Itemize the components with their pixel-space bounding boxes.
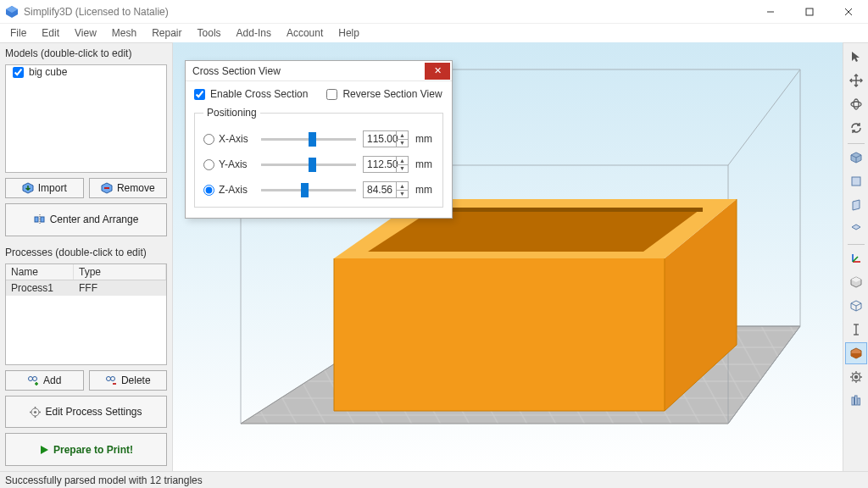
window-title: Simplify3D (Licensed to Natalie) — [24, 6, 169, 18]
processes-col-type[interactable]: Type — [74, 264, 166, 280]
axis-z-label: Z-Axis — [219, 184, 248, 196]
axis-radio-z-input[interactable] — [203, 185, 214, 196]
status-text: Successfully parsed model with 12 triang… — [5, 474, 203, 486]
menu-help[interactable]: Help — [331, 25, 366, 41]
reverse-section-checkbox[interactable]: Reverse Section View — [326, 88, 442, 100]
svg-rect-3 — [806, 8, 813, 15]
add-process-button[interactable]: Add — [5, 370, 84, 391]
axis-x-label: X-Axis — [219, 133, 248, 145]
axis-value-y[interactable]: 112.50▲▼ — [363, 156, 409, 173]
tool-measure[interactable] — [845, 319, 867, 341]
menu-account[interactable]: Account — [280, 25, 330, 41]
cross-section-dialog[interactable]: Cross Section View ✕ Enable Cross Sectio… — [185, 60, 453, 219]
tool-rotate-orbit[interactable] — [845, 93, 867, 115]
spin-up-icon[interactable]: ▲ — [397, 157, 408, 165]
svg-marker-40 — [853, 200, 860, 210]
spin-up-icon[interactable]: ▲ — [397, 131, 408, 140]
svg-point-13 — [33, 376, 37, 380]
enable-cross-section-checkbox[interactable]: Enable Cross Section — [194, 88, 308, 100]
tool-wireframe[interactable] — [845, 295, 867, 317]
models-list[interactable]: big cube — [5, 64, 167, 173]
axis-slider-y[interactable] — [261, 157, 356, 172]
model-item[interactable]: big cube — [6, 65, 166, 79]
axis-value-x[interactable]: 115.00▲▼ — [363, 130, 409, 147]
svg-marker-22 — [41, 446, 48, 454]
left-panel: Models (double-click to edit) big cube I… — [0, 42, 173, 471]
import-button[interactable]: Import — [5, 178, 84, 198]
tool-view-top[interactable] — [845, 218, 867, 240]
spin-down-icon[interactable]: ▼ — [397, 165, 408, 173]
maximize-button[interactable] — [790, 0, 829, 24]
axis-slider-x[interactable] — [261, 131, 356, 147]
tool-view-iso[interactable] — [845, 147, 867, 169]
statusbar: Successfully parsed model with 12 triang… — [0, 471, 868, 488]
tool-move-pan[interactable] — [845, 69, 867, 92]
menu-addins[interactable]: Add-Ins — [230, 25, 278, 41]
axis-row-y: Y-Axis 112.50▲▼ mm — [203, 156, 434, 173]
minimize-button[interactable] — [751, 0, 790, 24]
enable-cross-section-input[interactable] — [194, 89, 205, 100]
spin-down-icon[interactable]: ▼ — [397, 140, 408, 147]
dialog-close-button[interactable]: ✕ — [425, 63, 450, 80]
processes-panel-header: Processes (double-click to edit) — [5, 247, 167, 258]
right-toolbar — [843, 42, 868, 471]
svg-point-35 — [851, 102, 861, 107]
tool-cross-section[interactable] — [845, 342, 867, 364]
svg-rect-65 — [854, 396, 857, 405]
tool-axes-gizmo[interactable] — [845, 247, 867, 269]
delete-process-label: Delete — [121, 374, 151, 386]
spin-up-icon[interactable]: ▲ — [397, 182, 408, 191]
processes-table[interactable]: Name Type Process1 FFF — [5, 263, 167, 365]
axis-radio-x[interactable]: X-Axis — [203, 133, 254, 145]
svg-point-12 — [29, 376, 33, 380]
menu-repair[interactable]: Repair — [145, 25, 188, 41]
svg-rect-10 — [41, 217, 44, 222]
add-icon — [27, 375, 39, 385]
process-row[interactable]: Process1 FFF — [6, 280, 166, 296]
axis-radio-y-input[interactable] — [203, 159, 214, 170]
axis-value-z-text: 84.56 — [367, 184, 392, 196]
axis-value-y-text: 112.50 — [367, 158, 398, 170]
add-process-label: Add — [43, 374, 61, 386]
tool-view-side[interactable] — [845, 194, 867, 216]
tool-rotate-sync[interactable] — [845, 117, 867, 139]
svg-point-14 — [106, 376, 110, 380]
axis-y-label: Y-Axis — [219, 158, 248, 170]
svg-marker-27 — [334, 258, 665, 411]
menu-edit[interactable]: Edit — [35, 25, 66, 41]
svg-line-61 — [859, 380, 860, 382]
positioning-group: Positioning X-Axis 115.00▲▼ mm Y-Axis 11… — [194, 107, 443, 208]
reverse-section-input[interactable] — [326, 89, 337, 100]
axis-radio-z[interactable]: Z-Axis — [203, 184, 254, 196]
menu-mesh[interactable]: Mesh — [105, 25, 143, 41]
svg-rect-66 — [858, 398, 860, 405]
center-arrange-icon — [34, 214, 46, 225]
center-arrange-button[interactable]: Center and Arrange — [5, 203, 167, 236]
tool-view-front[interactable] — [845, 170, 867, 192]
spin-down-icon[interactable]: ▼ — [397, 191, 408, 198]
delete-process-button[interactable]: Delete — [89, 370, 168, 391]
tool-supports-pillars[interactable] — [845, 390, 867, 412]
menu-file[interactable]: File — [3, 25, 33, 41]
axis-slider-z[interactable] — [261, 182, 356, 197]
model-item-checkbox[interactable] — [13, 67, 24, 78]
menu-tools[interactable]: Tools — [191, 25, 228, 41]
axis-radio-y[interactable]: Y-Axis — [203, 158, 254, 170]
svg-rect-9 — [35, 217, 38, 222]
axis-unit-x: mm — [415, 133, 434, 145]
prepare-to-print-button[interactable]: Prepare to Print! — [5, 433, 167, 466]
close-button[interactable] — [829, 0, 868, 24]
edit-process-settings-button[interactable]: Edit Process Settings — [5, 396, 167, 429]
remove-button[interactable]: Remove — [89, 178, 168, 198]
svg-rect-8 — [104, 187, 109, 189]
dialog-titlebar[interactable]: Cross Section View ✕ — [186, 61, 452, 81]
remove-icon — [101, 182, 113, 194]
tool-solid-shaded[interactable] — [845, 271, 867, 293]
axis-row-z: Z-Axis 84.56▲▼ mm — [203, 181, 434, 198]
processes-col-name[interactable]: Name — [6, 264, 74, 280]
axis-value-z[interactable]: 84.56▲▼ — [363, 181, 409, 198]
axis-radio-x-input[interactable] — [203, 134, 214, 145]
tool-settings-gear[interactable] — [845, 366, 867, 388]
menu-view[interactable]: View — [68, 25, 103, 41]
tool-select-cursor[interactable] — [845, 46, 867, 68]
